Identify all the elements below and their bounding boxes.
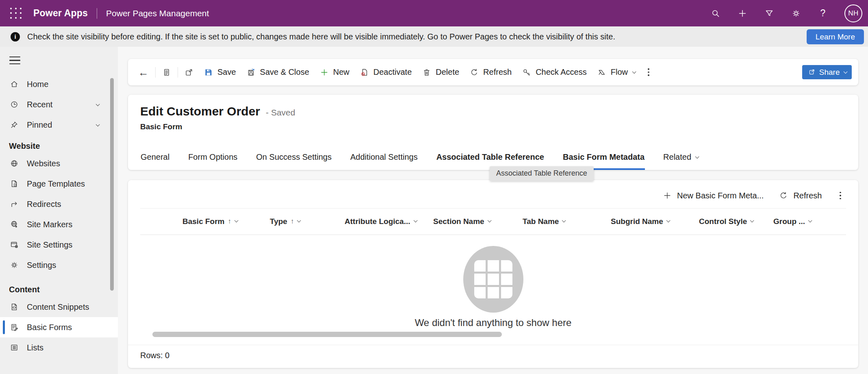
avatar[interactable]: NH xyxy=(844,4,862,22)
sidebar-item-content-snippets[interactable]: Content Snippets xyxy=(0,297,118,317)
sidebar-item-label: Pinned xyxy=(27,120,52,130)
sidebar-item-pinned[interactable]: Pinned xyxy=(0,115,118,135)
share-button[interactable]: Share xyxy=(802,65,852,79)
sidebar-item-label: Lists xyxy=(27,343,43,352)
page-template-icon xyxy=(10,179,19,188)
tab-general[interactable]: General xyxy=(140,146,170,170)
empty-state-message: We didn't find anything to show here xyxy=(415,317,572,328)
more-commands-button[interactable] xyxy=(640,63,657,82)
tab-on-success-settings[interactable]: On Success Settings xyxy=(256,146,332,170)
back-button[interactable]: ← xyxy=(133,63,154,82)
save-and-close-button[interactable]: Save & Close xyxy=(241,63,315,82)
chevron-down-icon xyxy=(632,70,636,73)
sidebar-item-site-settings[interactable]: Site Settings xyxy=(0,235,118,255)
column-header-subgrid-name[interactable]: Subgrid Name xyxy=(611,217,699,226)
column-header-section-name[interactable]: Section Name xyxy=(433,217,523,226)
trash-icon xyxy=(422,68,431,77)
grid-header-row: Basic Form ↑ Type ↑ Attribute Logica... … xyxy=(140,208,846,235)
delete-button[interactable]: Delete xyxy=(417,63,464,82)
tab-tooltip: Associated Table Reference xyxy=(490,166,594,181)
sidebar-item-site-markers[interactable]: Site Markers xyxy=(0,214,118,235)
filter-icon[interactable] xyxy=(764,8,775,19)
sidebar-item-websites[interactable]: Websites xyxy=(0,153,118,174)
column-header-group[interactable]: Group ... xyxy=(773,217,827,226)
empty-state: We didn't find anything to show here xyxy=(128,246,858,328)
sidebar-item-redirects[interactable]: Redirects xyxy=(0,194,118,214)
summary-doc-icon xyxy=(162,68,171,77)
sidebar-item-label: Home xyxy=(27,80,48,89)
chevron-down-icon[interactable] xyxy=(234,218,238,222)
column-header-basic-form[interactable]: Basic Form ↑ xyxy=(182,217,270,226)
tab-additional-settings[interactable]: Additional Settings xyxy=(350,146,418,170)
sidebar-scrollbar[interactable] xyxy=(110,78,114,291)
refresh-button[interactable]: Refresh xyxy=(464,63,517,82)
sidebar-item-home[interactable]: Home xyxy=(0,74,118,94)
learn-more-button[interactable]: Learn More xyxy=(807,29,864,44)
sidebar-item-lists[interactable]: Lists xyxy=(0,337,118,358)
sidebar-item-label: Redirects xyxy=(27,200,61,209)
empty-grid-icon xyxy=(463,246,523,313)
chevron-down-icon[interactable] xyxy=(808,218,812,222)
new-button[interactable]: New xyxy=(315,63,355,82)
settings-gear-icon[interactable] xyxy=(791,8,801,19)
popout-icon xyxy=(184,68,193,77)
site-visibility-banner: i Check the site visibility before editi… xyxy=(0,26,868,47)
column-header-type[interactable]: Type ↑ xyxy=(270,217,345,226)
show-summary-button[interactable] xyxy=(157,63,176,82)
save-button[interactable]: Save xyxy=(199,63,241,82)
deactivate-button[interactable]: Deactivate xyxy=(355,63,417,82)
check-access-button[interactable]: Check Access xyxy=(517,63,592,82)
chevron-down-icon[interactable] xyxy=(666,218,670,222)
sidebar-item-basic-forms[interactable]: Basic Forms xyxy=(0,317,118,337)
save-status: - Saved xyxy=(266,108,295,117)
flow-button[interactable]: Flow xyxy=(592,63,640,82)
chevron-down-icon[interactable] xyxy=(297,218,301,222)
list-icon xyxy=(10,343,19,352)
globe-star-icon xyxy=(10,220,19,229)
clock-icon xyxy=(10,100,19,109)
waffle-menu-icon[interactable] xyxy=(10,7,22,20)
sort-asc-icon: ↑ xyxy=(228,217,231,226)
toolbar-separator xyxy=(155,67,156,78)
pin-icon xyxy=(10,120,19,129)
tab-form-options[interactable]: Form Options xyxy=(188,146,238,170)
horizontal-scrollbar[interactable] xyxy=(152,332,502,337)
plus-icon xyxy=(663,191,672,200)
tab-related[interactable]: Related xyxy=(663,146,698,170)
app-title[interactable]: Power Apps xyxy=(33,8,88,19)
new-record-plus-icon[interactable] xyxy=(737,8,748,19)
top-bar: Power Apps Power Pages Management ? NH xyxy=(0,0,868,26)
command-bar: ← Save Save & Close New Deactivate Delet… xyxy=(128,59,858,85)
subgrid-refresh-button[interactable]: Refresh xyxy=(773,186,828,205)
sidebar-item-settings[interactable]: Settings xyxy=(0,255,118,275)
row-count: Rows: 0 xyxy=(140,351,169,360)
sidebar-item-label: Page Templates xyxy=(27,179,85,189)
chevron-down-icon[interactable] xyxy=(96,102,100,106)
back-arrow-icon: ← xyxy=(138,67,149,78)
hamburger-menu-icon[interactable] xyxy=(9,57,20,64)
chevron-down-icon[interactable] xyxy=(488,218,491,222)
help-icon[interactable]: ? xyxy=(818,8,828,19)
refresh-icon xyxy=(779,191,788,200)
share-icon xyxy=(808,68,816,76)
column-header-attribute-logical-name[interactable]: Attribute Logica... xyxy=(345,217,433,226)
sort-asc-icon: ↑ xyxy=(291,217,294,226)
sidebar-item-label: Settings xyxy=(27,261,56,270)
chevron-down-icon[interactable] xyxy=(750,218,754,222)
new-basic-form-metadata-button[interactable]: New Basic Form Meta... xyxy=(656,186,770,205)
sidebar-item-page-templates[interactable]: Page Templates xyxy=(0,174,118,194)
sidebar: Home Recent Pinned Website Websites Page… xyxy=(0,47,118,374)
chevron-down-icon[interactable] xyxy=(562,218,566,222)
subgrid-more-button[interactable] xyxy=(831,186,850,205)
sidebar-item-recent[interactable]: Recent xyxy=(0,94,118,115)
chevron-down-icon[interactable] xyxy=(96,122,100,126)
search-icon[interactable] xyxy=(710,8,721,19)
plus-icon xyxy=(320,68,329,77)
open-in-new-window-button[interactable] xyxy=(179,63,199,82)
column-header-tab-name[interactable]: Tab Name xyxy=(523,217,611,226)
basic-form-metadata-subgrid: New Basic Form Meta... Refresh Basic For… xyxy=(128,180,858,368)
chevron-down-icon[interactable] xyxy=(414,218,417,222)
save-close-icon xyxy=(247,68,256,77)
column-header-control-style[interactable]: Control Style xyxy=(699,217,773,226)
sidebar-item-label: Site Settings xyxy=(27,240,72,250)
